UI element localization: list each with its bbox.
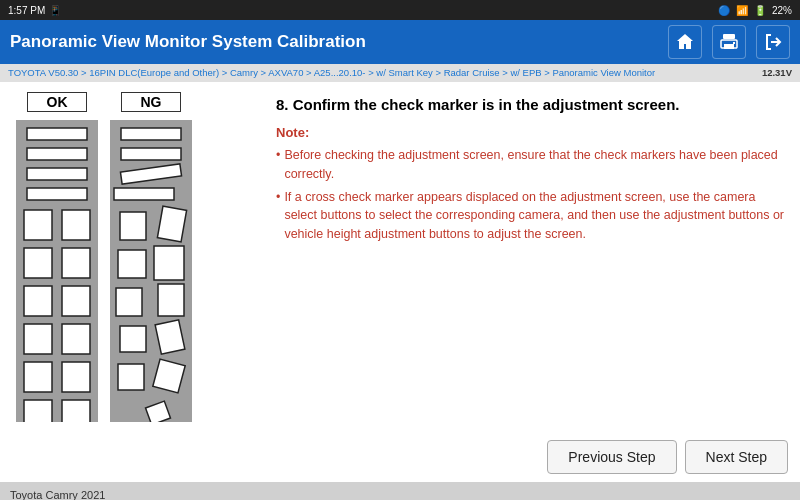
instruction-title: 8. Confirm the check marker is in the ad… <box>276 94 784 115</box>
ng-label: NG <box>121 92 181 112</box>
print-icon[interactable] <box>712 25 746 59</box>
svg-rect-18 <box>62 362 90 392</box>
svg-rect-25 <box>114 188 174 200</box>
breadcrumb-text: TOYOTA V50.30 > 16PIN DLC(Europe and Oth… <box>8 66 655 80</box>
svg-rect-26 <box>120 212 146 240</box>
text-panel: 8. Confirm the check marker is in the ad… <box>260 82 800 432</box>
svg-rect-6 <box>27 148 87 160</box>
svg-rect-30 <box>116 288 142 316</box>
svg-rect-27 <box>157 206 186 242</box>
bullet-1: • Before checking the adjustment screen,… <box>276 146 784 184</box>
svg-rect-13 <box>24 286 52 316</box>
svg-rect-33 <box>155 320 185 354</box>
svg-rect-31 <box>158 284 184 316</box>
svg-rect-0 <box>723 34 735 39</box>
svg-rect-29 <box>154 246 184 280</box>
svg-rect-11 <box>24 248 52 278</box>
note-bullets: • Before checking the adjustment screen,… <box>276 146 784 244</box>
svg-rect-28 <box>118 250 146 278</box>
svg-rect-2 <box>724 44 734 49</box>
bottom-bar: Previous Step Next Step <box>0 432 800 482</box>
svg-rect-22 <box>121 128 181 140</box>
svg-rect-10 <box>62 210 90 240</box>
status-icons: 🔵 📶 🔋 22% <box>718 5 792 16</box>
status-bar: 1:57 PM 📱 🔵 📶 🔋 22% <box>0 0 800 20</box>
ng-column: NG <box>110 92 192 422</box>
voltage-display: 12.31V <box>762 66 792 80</box>
svg-rect-19 <box>24 400 52 422</box>
footer: Toyota Camry 2021 VIN 4T1B61AK*M8006311 <box>0 482 800 500</box>
svg-rect-32 <box>120 326 146 352</box>
status-time: 1:57 PM 📱 <box>8 5 61 16</box>
header: Panoramic View Monitor System Calibratio… <box>0 20 800 64</box>
svg-rect-15 <box>24 324 52 354</box>
svg-rect-9 <box>24 210 52 240</box>
note-label: Note: <box>276 125 784 140</box>
footer-line1: Toyota Camry 2021 <box>10 489 790 500</box>
ok-column: OK <box>16 92 98 422</box>
diagram-panel: OK <box>0 82 260 432</box>
svg-rect-17 <box>24 362 52 392</box>
header-icons <box>668 25 790 59</box>
svg-rect-8 <box>27 188 87 200</box>
main-content: OK <box>0 82 800 432</box>
bullet-2-text: If a cross check marker appears displace… <box>284 188 784 244</box>
home-icon[interactable] <box>668 25 702 59</box>
svg-rect-16 <box>62 324 90 354</box>
svg-rect-34 <box>118 364 144 390</box>
svg-rect-5 <box>27 128 87 140</box>
svg-rect-23 <box>121 148 181 160</box>
bullet-2: • If a cross check marker appears displa… <box>276 188 784 244</box>
ok-diagram <box>16 120 98 422</box>
svg-rect-14 <box>62 286 90 316</box>
svg-rect-12 <box>62 248 90 278</box>
bullet-1-text: Before checking the adjustment screen, e… <box>284 146 784 184</box>
svg-rect-20 <box>62 400 90 422</box>
exit-icon[interactable] <box>756 25 790 59</box>
ng-diagram <box>110 120 192 422</box>
page-title: Panoramic View Monitor System Calibratio… <box>10 32 366 52</box>
next-step-button[interactable]: Next Step <box>685 440 788 474</box>
svg-rect-3 <box>733 42 735 44</box>
breadcrumb: TOYOTA V50.30 > 16PIN DLC(Europe and Oth… <box>0 64 800 82</box>
svg-rect-7 <box>27 168 87 180</box>
previous-step-button[interactable]: Previous Step <box>547 440 676 474</box>
ok-label: OK <box>27 92 87 112</box>
